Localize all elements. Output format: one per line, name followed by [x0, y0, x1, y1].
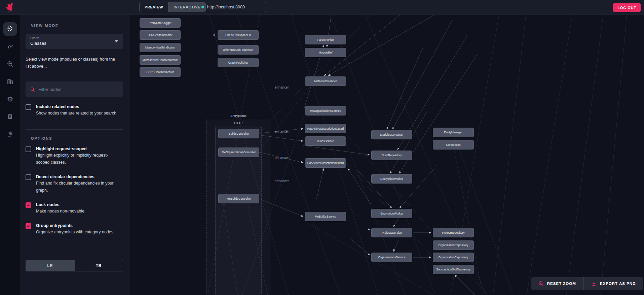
sidebar-item-docs[interactable] [3, 110, 17, 123]
canvas-controls: RESET ZOOM EXPORT AS PNG [531, 277, 643, 290]
graph-node-projectrepository[interactable]: ProjectRepository [433, 228, 474, 237]
include-related-description: Show nodes that are related to your sear… [36, 110, 118, 117]
graph-edge [527, 15, 572, 295]
graph-node-metadatascanner[interactable]: MetadataScanner [305, 76, 346, 86]
graph-node-subscriptionslotrepository[interactable]: SubscriptionSlotRepository [433, 265, 474, 274]
option-description: Make nodes non-movable. [36, 208, 85, 215]
side-panel: VIEW MODE Graph Classes Select view mode… [20, 15, 130, 295]
export-png-label: EXPORT AS PNG [600, 282, 636, 286]
graph-edge [393, 240, 399, 252]
option-row-highlight-request-scoped[interactable]: Highlight request-scopedHighlight explic… [26, 146, 123, 166]
reset-zoom-button[interactable]: RESET ZOOM [531, 277, 583, 290]
graph-node-meorganizationsservice[interactable]: MeOrganizationsService [305, 106, 346, 116]
sidebar-item-scan[interactable] [3, 57, 17, 71]
direction-tb-button[interactable]: TB [74, 260, 123, 271]
graph-node-microservicehealthindicator[interactable]: MicroserviceHealthIndicator [140, 55, 181, 65]
sidebar-item-graph[interactable] [3, 22, 17, 36]
sidebar-item-settings[interactable]: ⚙ [3, 92, 17, 106]
graph-node-projectsservice[interactable]: ProjectsService [371, 228, 412, 237]
graph-node-connection[interactable]: Connection [433, 140, 474, 150]
checkbox[interactable] [26, 174, 31, 180]
graph-node-encryptionworker[interactable]: EncryptionWorker [371, 209, 412, 218]
graph-node-decryptionworker[interactable]: DecryptionWorker [371, 174, 412, 184]
graph-node-mebuildscontroller[interactable]: MeBuildsController [218, 194, 259, 203]
include-related-title: Include related nodes [36, 104, 118, 110]
sidebar-item-gavel[interactable] [3, 127, 17, 141]
status-dot [201, 6, 204, 8]
option-row-group-entrypoints[interactable]: ✓Group entrypointsOrganize entrypoints w… [26, 223, 123, 236]
graph-icon [7, 26, 13, 32]
routes-icon [7, 43, 13, 50]
options-header: OPTIONS [31, 136, 123, 140]
filter-nodes-input[interactable] [39, 87, 118, 92]
export-png-button[interactable]: EXPORT AS PNG [583, 277, 643, 290]
graph-edge [303, 145, 370, 155]
graph-node-hasactivesubscriptionguard[interactable]: HasActiveSubscriptionGuard [305, 124, 346, 133]
nestjs-logo [5, 2, 16, 13]
graph-node-buildsservice[interactable]: BuildsService [305, 136, 346, 146]
panel-divider [26, 129, 123, 130]
filter-nodes-box[interactable] [26, 81, 123, 97]
graph-node-memoryhealthindicator[interactable]: MemoryHealthIndicator [140, 43, 181, 52]
modules-icon [7, 78, 13, 85]
graph-node-mebuildsservice[interactable]: MeBuildsService [305, 212, 346, 221]
graph-edge [390, 111, 427, 173]
checkbox[interactable] [26, 146, 31, 152]
graph-node-graphpublisher[interactable]: GraphPublisher [218, 58, 259, 67]
group-label: HTTP [216, 121, 261, 125]
graph-select[interactable]: Graph Classes [26, 34, 123, 49]
gavel-icon [7, 131, 13, 137]
option-row-lock-nodes[interactable]: ✓Lock nodesMake nodes non-movable. [26, 202, 123, 215]
graph-node-organizationrepository[interactable]: OrganizationRepository [433, 253, 474, 262]
reset-zoom-label: RESET ZOOM [547, 282, 576, 286]
edge-label: enhancer [275, 179, 289, 183]
graph-node-prettyerrorlogger[interactable]: PrettyErrorLogger [140, 18, 181, 28]
graph-edge [400, 165, 437, 208]
include-related-checkbox[interactable] [26, 104, 31, 110]
option-description: Organize entrypoints with category nodes… [36, 229, 114, 236]
option-description: Highlight explicitly or implicitly reque… [36, 152, 120, 166]
checkbox[interactable]: ✓ [26, 202, 31, 208]
preview-url-box[interactable] [197, 2, 266, 12]
zoom-reset-icon [538, 281, 544, 286]
graph-edge [259, 41, 346, 151]
graph-node-checkdiskspacelib[interactable]: CheckDiskSpaceLib [218, 30, 259, 40]
graph-node-entitymanager[interactable]: EntityManager [433, 128, 474, 137]
direction-lr-button[interactable]: LR [26, 260, 74, 271]
graph-edge [304, 221, 434, 295]
option-row-detect-circular-dependencies[interactable]: Detect circular dependenciesFind and fix… [26, 174, 123, 194]
log-out-button[interactable]: LOG OUT [613, 3, 641, 12]
include-related-checkbox-row[interactable]: Include related nodes Show nodes that ar… [26, 104, 123, 117]
graph-edge [324, 15, 400, 76]
option-title: Lock nodes [36, 202, 85, 208]
graph-edge [346, 143, 405, 295]
preview-url-input[interactable] [207, 5, 262, 9]
graph-edge [601, 15, 627, 295]
graph-node-parseintpipe[interactable]: ParseIntPipe [305, 35, 346, 44]
sidebar-item-routes[interactable] [3, 40, 17, 53]
tab-preview[interactable]: PREVIEW [140, 2, 168, 12]
graph-node-buildscontroller[interactable]: BuildsController [218, 129, 259, 138]
checkbox[interactable]: ✓ [26, 223, 31, 229]
graph-node-hasactivesubscriptionguard[interactable]: HasActiveSubscriptionGuard [305, 158, 346, 168]
graph-node-modulescontainer[interactable]: ModulesContainer [371, 130, 412, 139]
graph-edge [349, 209, 370, 230]
graph-node-meorganizationscontroller[interactable]: MeOrganizationsController [218, 148, 259, 157]
option-title: Detect circular dependencies [36, 174, 120, 180]
edge-label: enhancer [275, 156, 289, 160]
graph-edge [566, 15, 603, 295]
graph-node-differencejobprocessor[interactable]: DifferenceJobProcessor [218, 45, 259, 55]
graph-node-grpchealthindicator[interactable]: GRPCHealthIndicator [140, 67, 181, 77]
option-title: Group entrypoints [36, 223, 114, 229]
graph-node-organizationrepository[interactable]: OrganizationRepository [433, 240, 474, 250]
graph-edge [393, 218, 399, 227]
view-mode-header: VIEW MODE [31, 24, 123, 28]
graph-node-diskhealthindicator[interactable]: DiskHealthIndicator [140, 30, 181, 40]
option-description: Find and fix circular dependencies in yo… [36, 180, 120, 194]
graph-node-buildrepository[interactable]: BuildRepository [371, 151, 412, 160]
search-icon [30, 87, 35, 92]
sidebar-item-modules[interactable] [3, 75, 17, 88]
graph-node-organizationsservice[interactable]: OrganizationsService [371, 253, 412, 262]
graph-node-moduleref[interactable]: ModuleRef [305, 48, 346, 57]
icon-rail: ⚙ [0, 15, 20, 295]
